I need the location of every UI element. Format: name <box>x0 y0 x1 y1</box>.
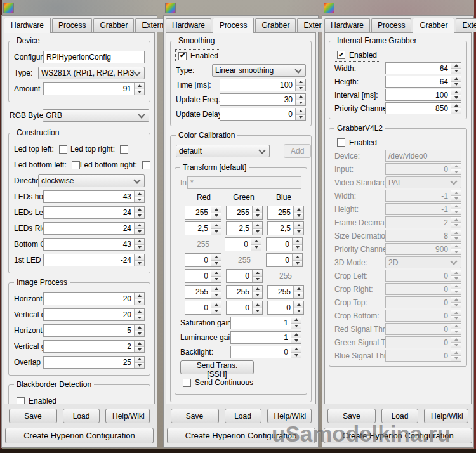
threshold-1-spin-up-button[interactable] <box>253 301 262 308</box>
gamma-0-spin-down-button[interactable] <box>211 228 221 235</box>
update-frequency-spin-down-button[interactable] <box>296 100 305 106</box>
blue-channel-0-spinbox[interactable]: 0 <box>185 269 221 283</box>
first-led-offset-spin-up-button[interactable] <box>135 254 144 260</box>
tab-grabber[interactable]: Grabber <box>93 18 134 32</box>
luminance-gain-spin-down-button[interactable] <box>291 338 301 344</box>
help-wiki-button[interactable]: Help/Wiki <box>424 409 468 423</box>
vertical-depth-spinbox[interactable]: 20 <box>43 308 145 321</box>
tab-process[interactable]: Process <box>52 18 92 32</box>
crop-bottom-spin-up-button[interactable] <box>451 310 461 315</box>
bottom-gap-spinbox[interactable]: 43 <box>43 238 145 251</box>
threshold-1-spinbox[interactable]: 0 <box>226 301 263 315</box>
add-profile-button[interactable]: Add <box>284 144 311 158</box>
internal-grabber-enabled-checkbox-control[interactable]: ✔Enabled <box>334 49 380 61</box>
internal-interval-spinbox[interactable]: 100 <box>385 89 461 101</box>
horizontal-depth-spinbox[interactable]: 20 <box>43 292 145 305</box>
v4l2-input-spin-up-button[interactable] <box>451 164 461 169</box>
v4l2-enabled-checkbox-control[interactable]: Enabled <box>334 137 380 148</box>
update-frequency-spin-up-button[interactable] <box>296 94 305 100</box>
backlight-spinbox[interactable]: 0 <box>230 346 301 358</box>
load-button[interactable]: Load <box>63 409 100 423</box>
threshold-1-spin-down-button[interactable] <box>253 308 262 315</box>
bottom-gap-spin-down-button[interactable] <box>135 244 144 251</box>
configuration-name-input[interactable]: RPiHyperionConfig <box>43 51 145 63</box>
first-led-offset-spinbox[interactable]: -24 <box>43 254 145 266</box>
calibration-profile-dropdown[interactable]: default <box>176 145 270 157</box>
vertical-gap-spin-down-button[interactable] <box>135 346 144 353</box>
leds-right-spin-down-button[interactable] <box>135 228 144 235</box>
v4l2-height-spin-up-button[interactable] <box>451 204 461 209</box>
saturation-gain-spinbox[interactable]: 1 <box>230 317 301 329</box>
whitelevel-0-spinbox[interactable]: 255 <box>185 206 221 220</box>
crop-top-spin-down-button[interactable] <box>451 302 461 308</box>
leds-left-spinbox[interactable]: 24 <box>43 206 145 219</box>
crop-left-spin-down-button[interactable] <box>451 275 461 281</box>
leds-horizontal-spin-down-button[interactable] <box>135 197 144 203</box>
overlap-spin-up-button[interactable] <box>135 357 144 362</box>
whitelevel-0-spin-up-button[interactable] <box>211 206 221 213</box>
internal-height-spin-up-button[interactable] <box>451 76 461 81</box>
blue-channel-1-spinbox[interactable]: 0 <box>226 269 263 283</box>
red-channel-1-spin-up-button[interactable] <box>251 238 261 244</box>
blue-signal-threshold-spin-down-button[interactable] <box>451 355 461 361</box>
whitelevel-2-spin-up-button[interactable] <box>294 206 303 213</box>
overlap-spin-down-button[interactable] <box>135 362 144 369</box>
v4l2-size-decimation-spin-up-button[interactable] <box>451 230 461 235</box>
temperature-1-spin-up-button[interactable] <box>253 286 262 292</box>
blackborder-enabled-checkbox-control[interactable]: Enabled <box>14 395 59 404</box>
gamma-1-spinbox[interactable]: 2,5 <box>226 221 263 235</box>
crop-top-spin-up-button[interactable] <box>451 297 461 302</box>
red-signal-threshold-spinbox[interactable]: 0 <box>385 323 461 335</box>
crop-right-spinbox[interactable]: 0 <box>385 283 461 295</box>
internal-priority-channel-spin-down-button[interactable] <box>451 108 461 114</box>
temperature-2-spin-up-button[interactable] <box>294 286 303 292</box>
gamma-1-spin-down-button[interactable] <box>253 228 262 235</box>
gamma-2-spin-down-button[interactable] <box>294 228 303 235</box>
internal-priority-channel-spin-up-button[interactable] <box>451 103 461 108</box>
red-channel-2-spin-down-button[interactable] <box>293 244 302 251</box>
crop-right-spin-down-button[interactable] <box>451 289 461 294</box>
tab-hardware[interactable]: Hardware <box>4 18 51 33</box>
save-button[interactable]: Save <box>9 409 57 423</box>
green-signal-threshold-spin-up-button[interactable] <box>451 337 461 342</box>
amount-leds-spinbox[interactable]: 91 <box>43 82 145 95</box>
v4l2-video-standard-dropdown[interactable]: PAL <box>385 176 461 188</box>
horizontal-gap-spin-down-button[interactable] <box>135 331 144 337</box>
v4l2-frame-decimation-spinbox[interactable]: 2 <box>385 216 461 228</box>
internal-width-spin-up-button[interactable] <box>451 63 461 68</box>
gamma-1-spin-up-button[interactable] <box>253 222 262 228</box>
temperature-1-spin-down-button[interactable] <box>253 292 262 299</box>
vertical-gap-spin-up-button[interactable] <box>135 341 144 346</box>
leds-right-spinbox[interactable]: 24 <box>43 222 145 235</box>
horizontal-depth-spin-down-button[interactable] <box>135 299 144 305</box>
whitelevel-1-spin-up-button[interactable] <box>253 206 262 213</box>
smoothing-type-dropdown[interactable]: Linear smoothing <box>212 64 306 77</box>
leds-horizontal-spinbox[interactable]: 43 <box>43 190 145 203</box>
green-signal-threshold-spin-down-button[interactable] <box>451 342 461 348</box>
leds-left-spin-up-button[interactable] <box>135 207 144 213</box>
tab-external[interactable]: External <box>456 18 476 32</box>
backlight-spin-up-button[interactable] <box>291 346 301 352</box>
blue-signal-threshold-spinbox[interactable]: 0 <box>385 350 461 362</box>
red-signal-threshold-spin-down-button[interactable] <box>451 329 461 334</box>
update-delay-spin-down-button[interactable] <box>296 114 305 121</box>
v4l2-width-spinbox[interactable]: -1 <box>385 190 461 202</box>
red-channel-1-spinbox[interactable]: 0 <box>225 237 261 251</box>
internal-interval-spin-down-button[interactable] <box>451 95 461 100</box>
green-channel-0-spin-down-button[interactable] <box>211 260 221 267</box>
update-frequency-spinbox[interactable]: 30 <box>220 93 306 106</box>
led-bottom-right-checkbox[interactable] <box>142 161 150 169</box>
smoothing-time-spinbox[interactable]: 100 <box>220 79 306 91</box>
indices-input[interactable]: * <box>187 176 301 189</box>
gamma-2-spin-up-button[interactable] <box>294 222 303 228</box>
whitelevel-2-spin-down-button[interactable] <box>294 213 303 220</box>
internal-height-spinbox[interactable]: 64 <box>385 76 461 88</box>
green-channel-0-spinbox[interactable]: 0 <box>185 253 221 267</box>
led-top-right-checkbox[interactable] <box>120 145 128 154</box>
tab-grabber[interactable]: Grabber <box>413 18 454 33</box>
horizontal-gap-spinbox[interactable]: 5 <box>43 324 145 337</box>
update-delay-spin-up-button[interactable] <box>296 108 305 114</box>
load-button[interactable]: Load <box>381 409 418 423</box>
green-channel-2-spin-up-button[interactable] <box>293 254 302 260</box>
crop-bottom-spinbox[interactable]: 0 <box>385 310 461 322</box>
